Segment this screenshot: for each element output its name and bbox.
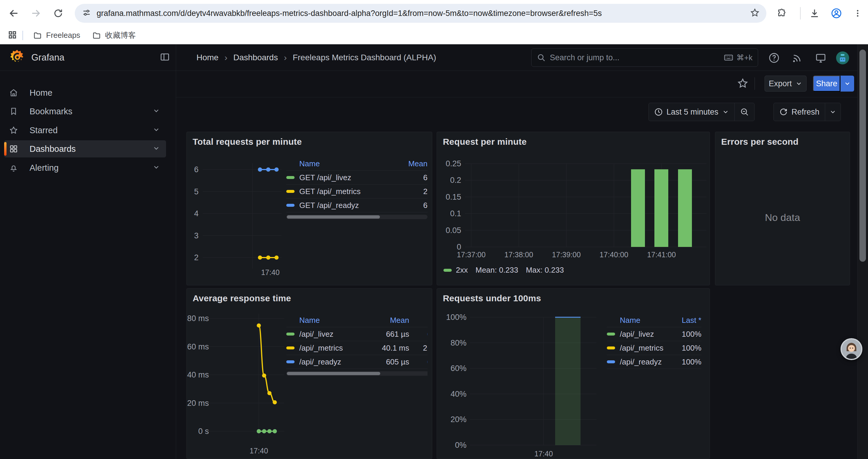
series-last: 20.5 ms bbox=[416, 343, 428, 353]
sidebar-item-bookmarks[interactable]: Bookmarks bbox=[4, 103, 166, 120]
chart-legend[interactable]: 2xx Mean: 0.233 Max: 0.233 bbox=[443, 266, 564, 275]
chevron-down-icon[interactable] bbox=[152, 126, 160, 135]
chevron-down-icon[interactable] bbox=[152, 144, 160, 153]
scrollbar-thumb[interactable] bbox=[860, 50, 866, 262]
col-mean[interactable]: Mean bbox=[374, 316, 409, 325]
series-last: 100% bbox=[669, 357, 701, 366]
breadcrumb-dashboards[interactable]: Dashboards bbox=[234, 53, 278, 62]
svg-text:17:40: 17:40 bbox=[250, 447, 268, 455]
legend-scrollbar-thumb[interactable] bbox=[287, 372, 380, 375]
news-button[interactable] bbox=[790, 52, 804, 64]
browser-forward-button[interactable] bbox=[28, 6, 43, 21]
series-name: GET /api/_metrics bbox=[299, 187, 392, 196]
svg-text:40%: 40% bbox=[451, 390, 466, 398]
export-button[interactable]: Export bbox=[765, 76, 807, 92]
breadcrumb-home[interactable]: Home bbox=[196, 53, 219, 62]
bookmark-icon bbox=[4, 107, 23, 116]
svg-text:17:40: 17:40 bbox=[261, 268, 280, 276]
kiosk-mode-button[interactable] bbox=[814, 52, 827, 64]
bookmark-item[interactable]: 收藏博客 bbox=[88, 28, 141, 42]
bookmark-item[interactable]: Freeleaps bbox=[28, 28, 85, 42]
sidebar-item-dashboards[interactable]: Dashboards bbox=[4, 140, 166, 157]
panel-errors-per-second[interactable]: Errors per second No data bbox=[715, 132, 850, 285]
series-swatch bbox=[286, 333, 294, 335]
svg-text:0.2: 0.2 bbox=[450, 176, 461, 185]
svg-text:80 ms: 80 ms bbox=[187, 314, 209, 323]
folder-icon bbox=[92, 31, 101, 40]
legend-row[interactable]: /api/_metrics40.1 ms20.5 ms bbox=[286, 341, 428, 355]
legend-row[interactable]: GET /api/_livez6 bbox=[286, 171, 428, 185]
col-name[interactable]: Name bbox=[299, 159, 392, 168]
time-range-picker[interactable]: Last 5 minutes bbox=[649, 103, 735, 121]
zoom-out-button[interactable] bbox=[735, 103, 754, 121]
downloads-button[interactable] bbox=[807, 6, 822, 21]
series-mean: 605 µs bbox=[374, 357, 409, 366]
extensions-button[interactable] bbox=[775, 6, 789, 21]
sidebar-item-starred[interactable]: Starred bbox=[4, 122, 166, 139]
svg-text:60 ms: 60 ms bbox=[187, 342, 209, 351]
refresh-button[interactable]: Refresh bbox=[774, 103, 825, 121]
chevron-down-icon[interactable] bbox=[152, 163, 160, 172]
col-name[interactable]: Name bbox=[620, 316, 660, 325]
address-bar[interactable]: grafana.mathmast.com/d/deytv4rwavabkb/fr… bbox=[75, 4, 766, 23]
profile-button[interactable] bbox=[829, 6, 844, 21]
share-button[interactable]: Share bbox=[813, 76, 840, 92]
legend-scrollbar[interactable] bbox=[286, 371, 428, 376]
legend-row[interactable]: /api/_readyz605 µs620 µs bbox=[286, 355, 428, 369]
time-range-label: Last 5 minutes bbox=[666, 107, 718, 117]
legend-row[interactable]: /api/_livez100% bbox=[607, 327, 701, 341]
bookmark-star-icon[interactable] bbox=[750, 8, 760, 19]
sidebar-item-home[interactable]: Home bbox=[4, 84, 166, 101]
legend-row[interactable]: GET /api/_metrics2 bbox=[286, 185, 428, 198]
col-mean[interactable]: Mean bbox=[392, 159, 428, 168]
floating-assistant-avatar[interactable] bbox=[840, 338, 862, 360]
sidebar-item-alerting[interactable]: Alerting bbox=[4, 159, 166, 176]
grafana-top-nav: Grafana Home › Dashboards › Freeleaps Me… bbox=[0, 44, 868, 71]
clock-icon bbox=[654, 107, 663, 117]
user-avatar[interactable] bbox=[836, 52, 849, 64]
legend-row[interactable]: /api/_metrics100% bbox=[607, 341, 701, 355]
browser-reload-button[interactable] bbox=[51, 6, 66, 21]
panel-average-response-time[interactable]: Average response time 80 ms60 ms40 ms20 … bbox=[186, 288, 432, 459]
svg-text:80%: 80% bbox=[451, 338, 466, 347]
browser-toolbar: grafana.mathmast.com/d/deytv4rwavabkb/fr… bbox=[0, 0, 868, 27]
bell-icon bbox=[4, 163, 23, 172]
brand-zone: Grafana bbox=[0, 44, 176, 71]
bookmark-label: 收藏博客 bbox=[105, 30, 136, 40]
svg-text:17:40: 17:40 bbox=[534, 450, 553, 458]
sidebar-item-label: Starred bbox=[30, 126, 152, 135]
legend-scrollbar-thumb[interactable] bbox=[287, 215, 380, 219]
apps-grid-icon[interactable] bbox=[8, 30, 17, 41]
panel-request-per-minute[interactable]: Request per minute 0.250.20.150.10.05017… bbox=[437, 132, 710, 285]
chevron-down-icon[interactable] bbox=[152, 107, 160, 116]
col-last[interactable]: Last * bbox=[416, 316, 428, 325]
page-scrollbar[interactable] bbox=[857, 44, 868, 459]
share-menu-button[interactable] bbox=[840, 76, 854, 92]
legend-scrollbar[interactable] bbox=[286, 215, 428, 219]
sidebar-collapse-icon[interactable] bbox=[159, 52, 170, 64]
search-placeholder: Search or jump to... bbox=[550, 53, 723, 62]
tune-icon[interactable] bbox=[82, 8, 91, 19]
legend-row[interactable]: GET /api/_readyz6 bbox=[286, 198, 428, 212]
search-input[interactable]: Search or jump to... ⌘+k bbox=[531, 48, 758, 67]
col-name[interactable]: Name bbox=[299, 316, 374, 325]
series-mean: 2 bbox=[392, 187, 428, 196]
breadcrumb-separator: › bbox=[224, 53, 227, 63]
sidebar-item-label: Alerting bbox=[30, 163, 152, 173]
series-last: 646 µs bbox=[416, 330, 428, 339]
favorite-dashboard-star-icon[interactable] bbox=[737, 77, 749, 90]
refresh-interval-picker[interactable] bbox=[825, 103, 840, 121]
panel-requests-under-100ms[interactable]: Requests under 100ms 100%80%60%40%20%0%1… bbox=[437, 288, 710, 459]
grafana-logo[interactable] bbox=[9, 49, 25, 66]
series-name: /api/_livez bbox=[299, 330, 374, 339]
legend-row[interactable]: /api/_readyz100% bbox=[607, 355, 701, 369]
legend-row[interactable]: /api/_livez661 µs646 µs bbox=[286, 327, 428, 341]
col-last[interactable]: Last * bbox=[668, 316, 701, 325]
browser-menu-button[interactable] bbox=[850, 6, 865, 21]
series-swatch bbox=[607, 333, 615, 335]
help-button[interactable] bbox=[768, 52, 780, 64]
panel-total-requests-per-minute[interactable]: Total requests per minute 6543217:40 Nam… bbox=[186, 132, 432, 285]
series-mean: 40.1 ms bbox=[374, 343, 409, 353]
browser-back-button[interactable] bbox=[6, 6, 21, 21]
svg-text:3: 3 bbox=[194, 231, 198, 240]
